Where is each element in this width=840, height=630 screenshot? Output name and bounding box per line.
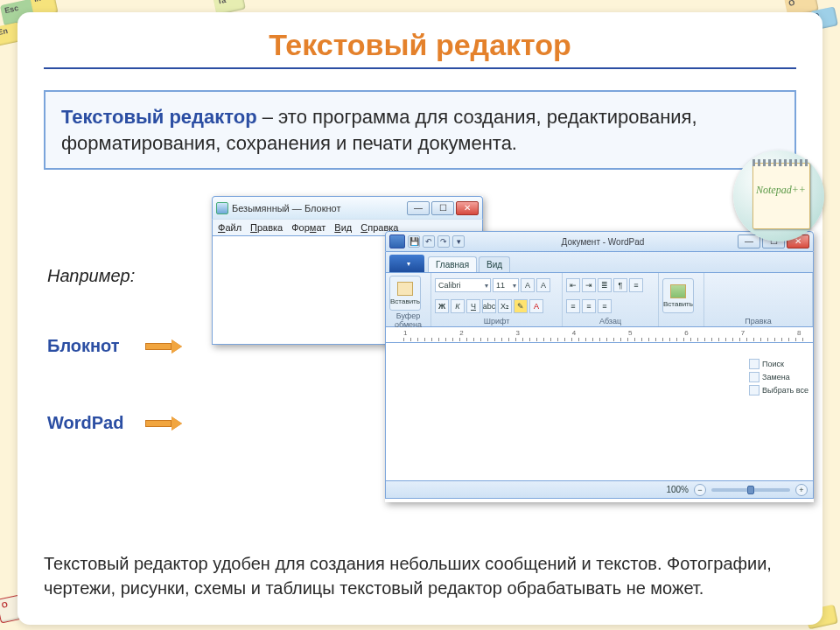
notepadpp-label: Notepad++ <box>756 184 806 197</box>
paste-button[interactable]: Вставить <box>389 276 421 311</box>
inc-indent-icon[interactable]: ⇥ <box>582 278 596 292</box>
group-font-label: Шрифт <box>435 317 558 326</box>
title-rule <box>44 67 796 69</box>
wordpad-title: Документ - WordPad <box>468 237 738 247</box>
wordpad-app-menu[interactable] <box>389 255 424 272</box>
definition-term: Текстовый редактор <box>61 106 257 128</box>
wordpad-label: WordPad <box>47 413 123 433</box>
notepad-label: Блокнот <box>47 336 120 356</box>
notepadpp-illustration: Notepad++ <box>726 144 831 248</box>
insert-picture-button[interactable]: Вставить <box>662 278 694 313</box>
align-justify-icon[interactable]: ≡ <box>598 299 612 313</box>
strike-button[interactable]: abc <box>482 299 496 313</box>
group-insert-label <box>662 317 700 326</box>
search-icon <box>749 359 760 369</box>
close-button[interactable]: ✕ <box>456 201 479 215</box>
replace-icon <box>749 372 760 382</box>
linespacing-icon[interactable]: ¶ <box>613 278 627 292</box>
notepad-spiral <box>752 159 810 166</box>
font-size-combo[interactable]: 11 <box>493 278 519 292</box>
minimize-button[interactable]: — <box>407 201 430 215</box>
zoom-value: 100% <box>666 485 689 494</box>
menu-format[interactable]: Формат <box>291 222 326 233</box>
bold-button[interactable]: Ж <box>435 299 449 313</box>
clipboard-icon <box>397 282 413 296</box>
grow-font-icon[interactable]: A <box>521 278 535 292</box>
find-button[interactable]: Поиск <box>749 359 808 369</box>
notepad-titlebar: Безымянный — Блокнот — ☐ ✕ <box>212 196 483 219</box>
zoom-out-button[interactable]: − <box>694 484 706 496</box>
dec-indent-icon[interactable]: ⇤ <box>566 278 580 292</box>
group-editing-label: Правка <box>708 317 808 326</box>
select-all-button[interactable]: Выбрать все <box>749 385 808 396</box>
select-all-icon <box>749 385 760 396</box>
arrow-notepad <box>145 340 182 353</box>
italic-button[interactable]: К <box>451 299 465 313</box>
wordpad-ruler[interactable]: 1 2 3 4 5 6 7 8 9 10 11 12 13 14 15 <box>385 327 814 343</box>
shrink-font-icon[interactable]: A <box>536 278 550 292</box>
highlight-icon[interactable]: ✎ <box>514 299 528 313</box>
page-title: Текстовый редактор <box>44 28 796 62</box>
qat-more-icon[interactable]: ▾ <box>452 235 465 248</box>
wordpad-ribbon: Вставить Буфер обмена Calibri 11 A A Ж К… <box>385 273 814 327</box>
arrow-wordpad <box>145 417 182 430</box>
zoom-in-button[interactable]: + <box>795 484 808 496</box>
menu-file[interactable]: Файл <box>218 222 242 233</box>
replace-button[interactable]: Замена <box>749 372 808 382</box>
slide-card: Текстовый редактор Текстовый редактор – … <box>18 12 822 625</box>
definition-box: Текстовый редактор – это программа для с… <box>44 90 796 170</box>
notepad-app-icon <box>216 202 228 214</box>
wordpad-window: 💾 ↶ ↷ ▾ Документ - WordPad — ☐ ✕ Главная… <box>385 231 814 502</box>
picture-icon <box>670 284 686 298</box>
body-area: Например: Блокнот WordPad Безымянный — Б… <box>44 196 796 528</box>
quick-access-toolbar: 💾 ↶ ↷ ▾ <box>386 234 468 248</box>
wordpad-tabstrip: Главная Вид <box>385 252 814 273</box>
font-name-combo[interactable]: Calibri <box>435 278 491 292</box>
example-label: Например: <box>47 266 135 286</box>
qat-redo-icon[interactable]: ↷ <box>438 235 450 248</box>
menu-edit[interactable]: Правка <box>250 222 283 233</box>
maximize-button[interactable]: ☐ <box>431 201 454 215</box>
bullets-icon[interactable]: ≣ <box>598 278 612 292</box>
zoom-slider[interactable] <box>711 488 790 492</box>
qat-undo-icon[interactable]: ↶ <box>423 235 435 248</box>
qat-save-icon[interactable]: 💾 <box>408 235 420 248</box>
underline-button[interactable]: Ч <box>466 299 480 313</box>
tab-view[interactable]: Вид <box>479 256 510 272</box>
ruler-ticks <box>403 338 804 341</box>
tab-home[interactable]: Главная <box>428 256 477 272</box>
ruler-numbers: 1 2 3 4 5 6 7 8 9 10 11 12 13 14 15 <box>403 329 814 337</box>
align-center-icon[interactable]: ≡ <box>566 299 580 313</box>
menu-view[interactable]: Вид <box>334 222 352 233</box>
wordpad-statusbar: 100% − + <box>385 481 814 499</box>
zoom-thumb[interactable] <box>747 486 754 494</box>
group-paragraph-label: Абзац <box>566 317 654 326</box>
align-right-icon[interactable]: ≡ <box>582 299 596 313</box>
footer-text: Текстовый редактор удобен для создания н… <box>44 551 796 600</box>
notepad-title: Безымянный — Блокнот <box>232 203 340 214</box>
font-color-icon[interactable]: A <box>529 299 543 313</box>
group-clipboard-label: Буфер обмена <box>389 312 427 329</box>
wordpad-app-icon <box>389 234 405 248</box>
align-left-icon[interactable]: ≡ <box>629 278 643 292</box>
subscript-button[interactable]: X₂ <box>498 299 512 313</box>
